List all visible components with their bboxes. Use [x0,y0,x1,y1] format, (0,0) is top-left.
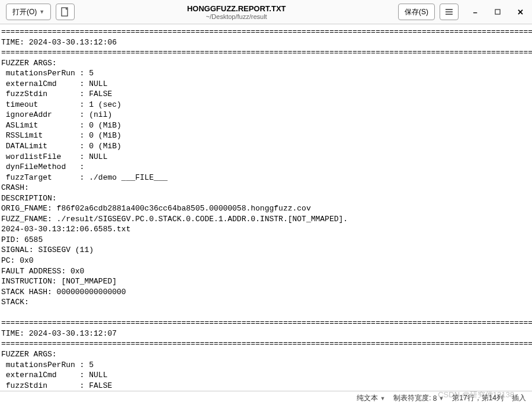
window-title: HONGGFUZZ.REPORT.TXT [187,4,286,13]
svg-rect-4 [495,9,500,14]
titlebar-left: 打开(O) ▼ [6,4,75,20]
tabwidth-value: 8 [433,394,437,403]
close-button[interactable]: ✕ [514,6,526,18]
cursor-position[interactable]: 第17行，第14列 [452,393,504,403]
titlebar: 打开(O) ▼ HONGGFUZZ.REPORT.TXT ~/Desktop/f… [0,0,532,24]
text-editor-content[interactable]: ========================================… [0,24,532,391]
open-button[interactable]: 打开(O) ▼ [6,4,51,20]
chevron-down-icon: ▼ [438,396,444,401]
position-label: 第17行，第14列 [452,393,504,403]
mode-label: 插入 [512,393,526,403]
hamburger-menu-button[interactable] [440,4,459,20]
close-icon: ✕ [517,8,524,17]
edit-mode[interactable]: 插入 [512,393,526,403]
document-icon [61,7,69,17]
minimize-icon: – [473,8,477,17]
title-area: HONGGFUZZ.REPORT.TXT ~/Desktop/fuzz/resu… [79,4,393,20]
minimize-button[interactable]: – [469,6,481,18]
tabwidth-selector[interactable]: 制表符宽度: 8 ▼ [393,393,444,403]
chevron-down-icon: ▼ [39,9,44,15]
syntax-label: 纯文本 [357,393,378,403]
statusbar: 纯文本 ▼ 制表符宽度: 8 ▼ 第17行，第14列 插入 [0,391,532,405]
maximize-icon [495,9,501,15]
chevron-down-icon: ▼ [380,396,385,401]
new-document-button[interactable] [56,4,75,20]
save-button[interactable]: 保存(S) [398,4,435,20]
syntax-selector[interactable]: 纯文本 ▼ [357,393,385,403]
tabwidth-label: 制表符宽度: [393,393,431,403]
titlebar-right: 保存(S) – ✕ [398,4,526,20]
save-button-label: 保存(S) [405,7,428,17]
hamburger-icon [445,8,453,15]
open-button-label: 打开(O) [12,7,37,17]
window-subtitle: ~/Desktop/fuzz/result [206,13,267,20]
maximize-button[interactable] [492,6,504,18]
window-controls: – ✕ [469,6,526,18]
